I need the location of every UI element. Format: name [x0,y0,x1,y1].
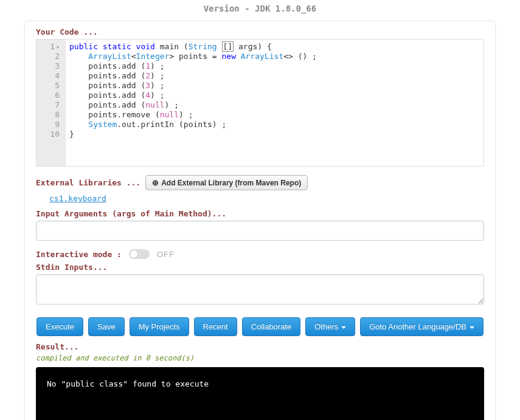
stdin-label: Stdin Inputs... [36,263,484,272]
chevron-down-icon [341,326,346,329]
chevron-down-icon [470,326,474,329]
code-content[interactable]: public static void main (String [] args)… [66,40,484,166]
line-number: 6 [39,91,60,100]
your-code-label: Your Code ... [36,27,484,36]
input-args-label: Input Arguments (args of Main Method)... [36,209,484,218]
goto-language-dropdown[interactable]: Goto Another Language/DB [360,317,484,336]
result-terminal: No "public class" found to execute [36,367,484,420]
input-args-field[interactable] [36,221,484,241]
stdin-textarea[interactable] [36,274,484,305]
my-projects-button[interactable]: My Projects [130,317,189,336]
toggle-knob [130,250,138,258]
line-number: 5 [39,81,60,91]
line-number: 9 [39,120,60,129]
code-line[interactable]: points.add (1) ; [69,61,480,71]
add-external-library-label: Add External Library (from Maven Repo) [161,179,301,187]
code-gutter: 1▾2345678910 [36,40,66,166]
line-number: 1▾ [39,42,60,52]
result-label: Result... [36,342,484,351]
line-number: 2 [39,52,60,61]
code-line[interactable]: points.add (null) ; [69,100,480,110]
code-line[interactable]: ArrayList<Integer> points = new ArrayLis… [69,52,480,61]
code-editor[interactable]: 1▾2345678910 public static void main (St… [36,39,484,167]
library-link[interactable]: cs1.keyboard [49,194,484,203]
result-compile-msg: compiled and executed in 0 second(s) [36,354,484,362]
execute-button[interactable]: Execute [36,317,83,336]
code-line[interactable]: points.add (4) ; [69,91,480,100]
add-external-library-button[interactable]: ⊕ Add External Library (from Maven Repo) [145,175,308,190]
line-number: 10 [39,129,60,139]
interactive-mode-label: Interactive mode : [36,250,122,259]
external-libs-label: External Libraries ... [36,178,140,187]
save-button[interactable]: Save [88,317,125,336]
others-dropdown[interactable]: Others [305,317,355,336]
plus-icon: ⊕ [152,178,159,187]
interactive-mode-toggle[interactable] [129,249,150,259]
action-button-row: Execute Save My Projects Recent Collabor… [36,317,484,336]
code-line[interactable]: points.remove (null) ; [69,110,480,120]
line-number: 8 [39,110,60,120]
code-line[interactable]: points.add (2) ; [69,71,480,81]
code-line[interactable]: } [69,129,480,139]
line-number: 4 [39,71,60,81]
fold-icon[interactable]: ▾ [56,44,60,50]
code-line[interactable]: points.add (3) ; [69,81,480,91]
interactive-mode-state: OFF [157,250,175,259]
code-line[interactable]: System.out.printIn (points) ; [69,120,480,129]
version-header: Version - JDK 1.8.0_66 [24,0,496,21]
line-number: 7 [39,100,60,110]
collaborate-button[interactable]: Collaborate [242,317,301,336]
main-container: Your Code ... 1▾2345678910 public static… [24,21,496,420]
recent-button[interactable]: Recent [194,317,237,336]
code-line[interactable]: public static void main (String [] args)… [69,42,480,52]
line-number: 3 [39,61,60,71]
